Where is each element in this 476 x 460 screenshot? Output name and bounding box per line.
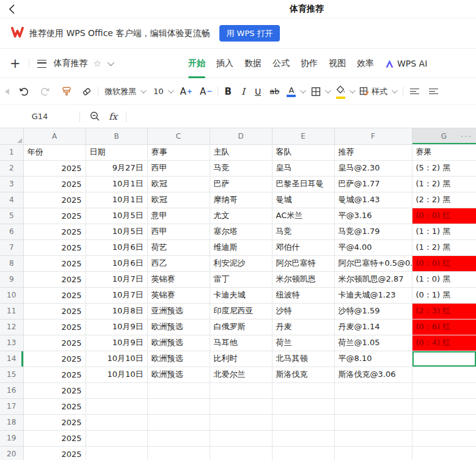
- row-header-10[interactable]: 10: [0, 287, 23, 303]
- cell-F20[interactable]: [334, 446, 412, 460]
- row-header-16[interactable]: 16: [0, 382, 23, 398]
- cell-D2[interactable]: 马竞: [210, 160, 272, 176]
- cell-A1[interactable]: 年份: [23, 144, 86, 160]
- column-header-D[interactable]: D: [210, 128, 272, 144]
- row-header-4[interactable]: 4: [0, 192, 23, 208]
- cell-E17[interactable]: [272, 398, 334, 414]
- cell-F10[interactable]: 卡迪夫城@1.23: [334, 287, 412, 303]
- cell-F8[interactable]: 阿尔巴塞特+0.5@0.8: [334, 255, 412, 271]
- cell-G2[interactable]: (5：2) 黑: [412, 160, 476, 176]
- cell-E3[interactable]: 巴黎圣日耳曼: [272, 176, 334, 192]
- cell-G19[interactable]: [412, 430, 476, 446]
- cell-G1[interactable]: 赛果: [412, 144, 476, 160]
- cell-B10[interactable]: 10月7日: [86, 287, 147, 303]
- cell-D18[interactable]: [210, 414, 272, 430]
- cell-B7[interactable]: 10月6日: [86, 239, 147, 255]
- cell-G4[interactable]: (2：2) 黑: [412, 192, 476, 208]
- font-color-button[interactable]: A: [287, 86, 304, 97]
- cell-F6[interactable]: 马竞@1.79: [334, 224, 412, 239]
- row-header-1[interactable]: 1: [0, 144, 23, 160]
- cell-C11[interactable]: 亚洲预选: [147, 303, 210, 319]
- cell-G20[interactable]: [412, 446, 476, 460]
- cell-F19[interactable]: [334, 430, 412, 446]
- cell-G7[interactable]: (1：2) 黑: [412, 239, 476, 255]
- cell-D16[interactable]: [210, 382, 272, 398]
- format-painter-icon[interactable]: [61, 86, 72, 97]
- cell-D3[interactable]: 巴萨: [210, 176, 272, 192]
- cell-G11[interactable]: (2：3) 红: [412, 303, 476, 319]
- cell-D8[interactable]: 利安泥沙: [210, 255, 272, 271]
- menu-icon[interactable]: [37, 60, 46, 68]
- cell-C17[interactable]: [147, 398, 210, 414]
- cell-E13[interactable]: 荷兰: [272, 335, 334, 351]
- row-header-9[interactable]: 9: [0, 271, 23, 287]
- chevron-down-icon[interactable]: [108, 59, 114, 66]
- cell-B2[interactable]: 9月27日: [86, 160, 147, 176]
- cell-E11[interactable]: 沙特: [272, 303, 334, 319]
- cell-G8[interactable]: (0：0) 红: [412, 255, 476, 271]
- open-in-wps-button[interactable]: 用 WPS 打开: [219, 25, 279, 42]
- cell-F5[interactable]: 平@3.16: [334, 208, 412, 224]
- cell-A13[interactable]: 2025: [23, 335, 86, 351]
- cell-D13[interactable]: 马耳他: [210, 335, 272, 351]
- cell-A17[interactable]: 2025: [23, 398, 86, 414]
- cell-F4[interactable]: 曼城@1.43: [334, 192, 412, 208]
- tab-插入[interactable]: 插入: [211, 49, 239, 78]
- cell-C15[interactable]: 欧洲预选: [147, 367, 210, 382]
- cell-A4[interactable]: 2025: [23, 192, 86, 208]
- cell-F11[interactable]: 沙特@1.59: [334, 303, 412, 319]
- cell-D20[interactable]: [210, 446, 272, 460]
- cell-G18[interactable]: [412, 414, 476, 430]
- cell-B17[interactable]: [86, 398, 147, 414]
- bold-button[interactable]: B: [225, 86, 232, 97]
- column-header-G[interactable]: G···: [412, 128, 476, 144]
- row-header-2[interactable]: 2: [0, 160, 23, 176]
- cell-A12[interactable]: 2025: [23, 319, 86, 335]
- cell-D17[interactable]: [210, 398, 272, 414]
- cell-C14[interactable]: 欧洲预选: [147, 351, 210, 367]
- cell-G12[interactable]: (0：6) 红: [412, 319, 476, 335]
- row-header-8[interactable]: 8: [0, 255, 23, 271]
- fill-color-button[interactable]: [336, 84, 354, 99]
- row-header-12[interactable]: 12: [0, 319, 23, 335]
- cell-C10[interactable]: 英锦赛: [147, 287, 210, 303]
- cell-B15[interactable]: 10月10日: [86, 367, 147, 382]
- scroll-left-icon[interactable]: [5, 89, 9, 95]
- align-center-icon[interactable]: [429, 87, 438, 96]
- cell-F7[interactable]: 平@4.00: [334, 239, 412, 255]
- cell-E4[interactable]: 曼城: [272, 192, 334, 208]
- cell-F16[interactable]: [334, 382, 412, 398]
- row-header-17[interactable]: 17: [0, 398, 23, 414]
- cell-F1[interactable]: 推荐: [334, 144, 412, 160]
- cell-A15[interactable]: 2025: [23, 367, 86, 382]
- cell-G6[interactable]: (1：1) 黑: [412, 224, 476, 239]
- cell-B12[interactable]: 10月9日: [86, 319, 147, 335]
- column-header-F[interactable]: F: [334, 128, 412, 144]
- cell-G15[interactable]: [412, 367, 476, 382]
- cell-E18[interactable]: [272, 414, 334, 430]
- cell-A2[interactable]: 2025: [23, 160, 86, 176]
- cell-A5[interactable]: 2025: [23, 208, 86, 224]
- cell-D7[interactable]: 维迪斯: [210, 239, 272, 255]
- column-header-C[interactable]: C: [147, 128, 210, 144]
- decrease-font-button[interactable]: A−: [200, 86, 212, 97]
- cell-G17[interactable]: [412, 398, 476, 414]
- cell-B18[interactable]: [86, 414, 147, 430]
- column-header-B[interactable]: B: [86, 128, 147, 144]
- cell-F14[interactable]: 平@8.10: [334, 351, 412, 367]
- cell-B1[interactable]: 日期: [86, 144, 147, 160]
- cell-B11[interactable]: 10月8日: [86, 303, 147, 319]
- cell-F15[interactable]: 斯洛伐克@3.06: [334, 367, 412, 382]
- redo-icon[interactable]: [40, 86, 51, 97]
- eraser-icon[interactable]: [81, 86, 92, 97]
- cell-F3[interactable]: 巴萨@1.77: [334, 176, 412, 192]
- cell-F12[interactable]: 丹麦@1.14: [334, 319, 412, 335]
- row-header-20[interactable]: 20: [0, 446, 23, 460]
- cell-B4[interactable]: 10月1日: [86, 192, 147, 208]
- cell-A16[interactable]: 2025: [23, 382, 86, 398]
- cell-D10[interactable]: 卡迪夫城: [210, 287, 272, 303]
- cell-B3[interactable]: 10月1日: [86, 176, 147, 192]
- cell-C4[interactable]: 欧冠: [147, 192, 210, 208]
- cell-F18[interactable]: [334, 414, 412, 430]
- cell-E7[interactable]: 邓伯什: [272, 239, 334, 255]
